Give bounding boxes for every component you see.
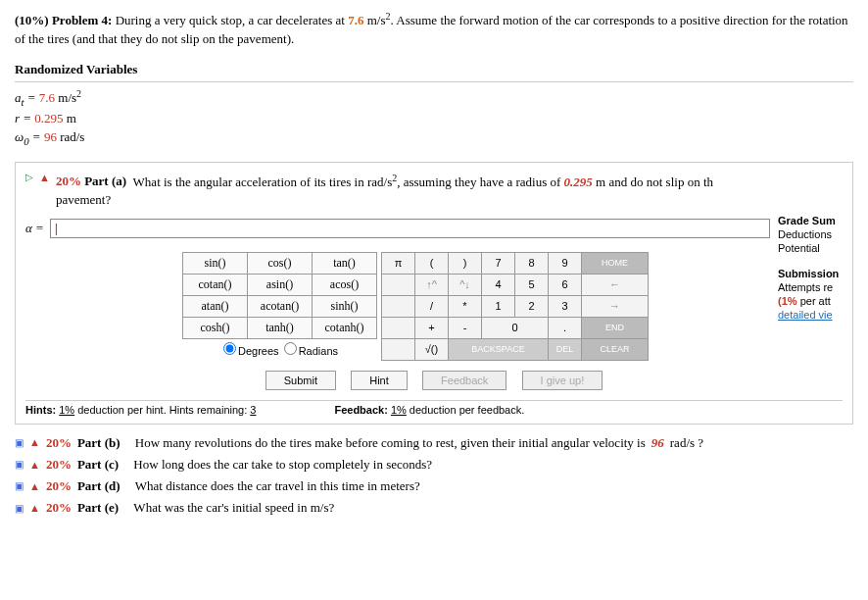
giveup-button[interactable]: I give up! [522,371,603,390]
answer-input[interactable] [50,219,770,238]
fn-acotan[interactable]: acotan() [248,295,313,317]
hint-button[interactable]: Hint [351,371,408,390]
warning-icon: ▲ [29,435,40,450]
part-a-pct: 20% [56,175,81,189]
key-4[interactable]: 4 [482,274,515,295]
key-9[interactable]: 9 [549,252,582,274]
key-dot[interactable]: . [549,317,582,338]
key-end[interactable]: END [582,317,649,338]
detailed-view-link[interactable]: detailed vie [778,309,833,321]
key-blank3 [382,317,415,338]
answer-row: α = [25,219,770,238]
box-icon: ▣ [15,436,24,450]
box-icon: ▣ [15,502,24,516]
key-6[interactable]: 6 [549,274,582,295]
key-3[interactable]: 3 [549,295,582,317]
part-a-label: Part (a) [84,175,126,189]
problem-decel: 7.6 [348,13,363,27]
problem-pct: (10%) Problem 4: [15,13,112,27]
fn-cos[interactable]: cos() [248,252,313,274]
key-2[interactable]: 2 [515,295,549,317]
box-icon: ▣ [15,458,24,472]
radians-radio[interactable] [284,342,297,355]
fn-asin[interactable]: asin() [248,274,313,295]
box-icon: ▣ [15,479,24,493]
key-blank [382,274,415,295]
key-0[interactable]: 0 [482,317,549,338]
key-blank4 [382,338,415,360]
feedback-button[interactable]: Feedback [422,371,506,390]
key-pi[interactable]: π [382,252,415,274]
degrees-radio[interactable] [223,342,236,355]
fn-acos[interactable]: acos() [313,274,377,295]
part-a-box: ▷ ▲ 20% Part (a) What is the angular acc… [15,162,853,425]
key-left[interactable]: ← [582,274,649,295]
footer-info: Hints: 1% deduction per hint. Hints rema… [25,400,843,416]
fn-tan[interactable]: tan() [313,252,377,274]
fn-cotanh[interactable]: cotanh() [313,317,377,338]
fn-atan[interactable]: atan() [183,295,248,317]
randomized-vars: at = 7.6 m/s2 r = 0.295 m ω0 = 96 rad/s [15,88,853,147]
triangle-play-icon: ▷ [25,171,33,184]
key-up[interactable]: ↑^ [415,274,449,295]
key-down[interactable]: ^↓ [449,274,482,295]
key-home[interactable]: HOME [582,252,649,274]
warning-icon: ▲ [39,171,50,185]
key-star[interactable]: * [449,295,482,317]
key-1[interactable]: 1 [482,295,515,317]
part-a-question: What is the angular acceleration of its … [56,175,713,207]
key-backspace[interactable]: BACKSPACE [449,338,549,360]
action-buttons: Submit Hint Feedback I give up! [25,371,843,390]
numeric-keypad: π ( ) 7 8 9 HOME ↑^ ^↓ 4 5 6 [381,252,649,361]
problem-text-1: During a very quick stop, a car decelera… [116,13,349,27]
function-keypad: sin()cos()tan() cotan()asin()acos() atan… [182,252,377,361]
key-right[interactable]: → [582,295,649,317]
alpha-label: α = [25,221,44,236]
warning-icon: ▲ [29,458,40,473]
warning-icon: ▲ [29,501,40,516]
fn-sin[interactable]: sin() [183,252,248,274]
key-blank2 [382,295,415,317]
fn-tanh[interactable]: tanh() [248,317,313,338]
warning-icon: ▲ [29,479,40,494]
key-plus[interactable]: + [415,317,449,338]
problem-header: (10%) Problem 4: During a very quick sto… [15,10,853,48]
fn-cotan[interactable]: cotan() [183,274,248,295]
key-del[interactable]: DEL [549,338,582,360]
other-parts: ▣▲20% Part (b) How many revolutions do t… [15,432,853,520]
key-7[interactable]: 7 [482,252,515,274]
grade-summary: Grade Sum Deductions Potential Submissio… [778,215,843,323]
submit-button[interactable]: Submit [265,371,336,390]
key-rparen[interactable]: ) [449,252,482,274]
key-lparen[interactable]: ( [415,252,449,274]
key-clear[interactable]: CLEAR [582,338,649,360]
key-8[interactable]: 8 [515,252,549,274]
key-sqrt[interactable]: √() [415,338,449,360]
fn-sinh[interactable]: sinh() [313,295,377,317]
key-5[interactable]: 5 [515,274,549,295]
key-minus[interactable]: - [449,317,482,338]
problem-decel-unit: m/s [363,13,385,27]
randomized-vars-title: Randomized Variables [15,62,853,82]
fn-cosh[interactable]: cosh() [183,317,248,338]
angle-mode: Degrees Radians [182,339,377,360]
key-slash[interactable]: / [415,295,449,317]
